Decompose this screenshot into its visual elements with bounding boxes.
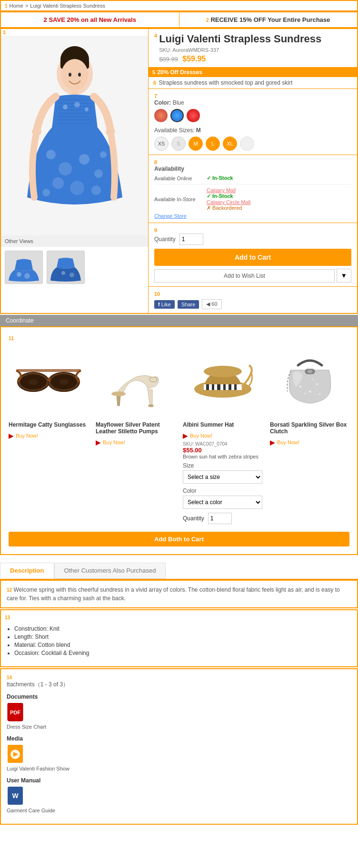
svg-point-18 — [46, 150, 56, 159]
svg-point-22 — [52, 177, 64, 189]
size-btn-l[interactable]: L — [206, 137, 220, 151]
attachment-group-label-documents: Documents — [7, 693, 351, 700]
svg-point-20 — [79, 154, 90, 165]
hat-qty-row: Quantity — [183, 513, 262, 524]
svg-point-21 — [94, 169, 103, 178]
breadcrumb-num: 1 — [5, 3, 8, 9]
svg-point-24 — [91, 185, 101, 195]
svg-point-31 — [61, 271, 65, 275]
svg-point-42 — [148, 404, 154, 407]
svg-point-15 — [63, 105, 68, 109]
product-area: 3 — [0, 28, 358, 314]
promo-bar: 2 SAVE 20% on all New Arrivals 2 RECEIVE… — [0, 11, 358, 28]
hat-qty-input[interactable] — [208, 513, 232, 524]
buy-now-heels[interactable]: ▶ Buy Now! — [96, 439, 175, 446]
tab-other-customers[interactable]: Other Customers Also Purchased — [54, 563, 166, 579]
promo-receive-bold: RECEIVE 15% OFF — [210, 16, 266, 23]
color-swatch-red[interactable] — [187, 109, 200, 122]
size-btn-xs[interactable]: XS — [154, 137, 169, 151]
svg-point-17 — [85, 107, 89, 111]
color-label-text: Color: — [154, 99, 171, 106]
thumb1-svg — [7, 253, 40, 282]
description-box: 12 Welcome spring with this cheerful sun… — [0, 580, 358, 608]
size-btn-xxl[interactable] — [240, 137, 254, 151]
avail-title: Availability — [154, 166, 351, 172]
facebook-like-button[interactable]: f Like — [154, 300, 175, 309]
coord-img-bag — [270, 341, 349, 418]
hat-desc: Brown sun hat with zebra stripes — [183, 454, 262, 459]
buy-now-bag[interactable]: ▶ Buy Now! — [270, 439, 349, 446]
share-arrow: ◀ — [206, 301, 210, 307]
attachment-name-garment-guide[interactable]: Garment Care Guide — [7, 808, 55, 813]
thumbnail-1[interactable] — [5, 251, 43, 284]
breadcrumb-home[interactable]: Home — [10, 3, 23, 9]
thumbnail-2[interactable] — [47, 251, 85, 284]
dress-svg — [22, 45, 127, 226]
promo-left: 2 SAVE 20% on all New Arrivals — [1, 12, 179, 27]
details-section: 13 Construction: Knit Length: Short Mate… — [0, 609, 358, 667]
product-short-desc: Strapless sundress with smocked top and … — [159, 79, 292, 86]
add-both-button[interactable]: Add Both to Cart — [9, 532, 349, 546]
hat-size-select[interactable]: Select a size — [183, 470, 262, 484]
coordinate-grid: Hermitage Catty Sunglasses ▶ Buy Now! — [9, 341, 349, 528]
attachment-group-manual: User Manual W Garment Care Guide — [7, 777, 351, 813]
color-swatch-blue[interactable] — [170, 109, 184, 122]
store1-link[interactable]: Calgary Mall — [207, 187, 236, 193]
size-btn-s[interactable]: S — [171, 137, 186, 151]
coord-img-sunglasses — [9, 341, 88, 418]
description-text: Welcome spring with this cheerful sundre… — [7, 586, 340, 602]
detail-item-4: Occasion: Cocktail & Evening — [14, 650, 346, 656]
avail-store-label: Available In-Store — [154, 196, 207, 202]
color-swatch-orange[interactable] — [154, 109, 168, 122]
discount-text: 20% Off Dresses — [157, 69, 202, 76]
qty-input[interactable] — [179, 234, 203, 245]
buy-now-icon-bag: ▶ — [270, 439, 275, 446]
attachment-name-dress-chart[interactable]: Dress Size Chart — [7, 724, 46, 730]
hat-color-label: Color — [183, 488, 262, 494]
section-num-6: 6 — [153, 80, 156, 86]
section-num-14: 14 — [7, 675, 12, 680]
pdf-svg: PDF — [7, 703, 24, 722]
svg-rect-52 — [234, 384, 237, 390]
buy-now-sunglasses[interactable]: ▶ Buy Now! — [9, 432, 88, 439]
product-sku: SKU: AuroraWMDRS-337 — [159, 47, 321, 53]
section-num-4: 4 — [154, 33, 157, 39]
price-old: $89.99 — [159, 56, 178, 63]
store2-link[interactable]: Calgary Circle Mall — [207, 199, 250, 205]
section-num-12: 12 — [7, 587, 12, 593]
avail-grid: Available Online ✓ In-Stock — [154, 175, 351, 181]
coord-img-hat — [183, 341, 262, 418]
svg-point-5 — [78, 73, 81, 77]
tab-description[interactable]: Description — [0, 563, 54, 579]
size-buttons: XS S M L XL — [154, 137, 351, 151]
buy-now-hat[interactable]: ▶ Buy Now! — [183, 432, 262, 439]
word-svg: W — [7, 787, 24, 806]
coord-name-bag: Borsati Sparkling Silver Box Clutch — [270, 421, 349, 435]
other-views-label: Other Views — [1, 235, 148, 247]
add-to-cart-button[interactable]: Add to Cart — [154, 249, 351, 266]
svg-rect-49 — [217, 384, 220, 390]
product-details-col: 4 Luigi Valenti Strapless Sundress SKU: … — [149, 29, 357, 313]
size-btn-m[interactable]: M — [189, 137, 203, 151]
attachments-section: 14 ttachments（1 - 3 of 3） Documents PDF … — [0, 668, 358, 825]
product-title: Luigi Valenti Strapless Sundress — [159, 33, 321, 45]
attachment-group-media: Media Luigi Valenti Fashion Show — [7, 735, 351, 771]
color-swatches — [154, 109, 351, 122]
attachment-name-fashion-show[interactable]: Luigi Valenti Fashion Show — [7, 766, 70, 771]
promo-receive-rest: Your Entire Purchase — [266, 16, 330, 23]
size-btn-xl[interactable]: XL — [223, 137, 237, 151]
change-store-link[interactable]: Change Store — [154, 213, 351, 219]
coord-name-heels: Mayflower Silver Patent Leather Stiletto… — [96, 421, 175, 435]
add-to-wish-list-button[interactable]: Add to Wish List — [154, 269, 335, 283]
wish-list-dropdown[interactable]: ▼ — [337, 269, 351, 283]
attachment-item-dress-chart: PDF Dress Size Chart — [7, 703, 351, 730]
color-size-section: 7 Color: Blue Available Sizes: M XS S M … — [149, 89, 357, 155]
hat-color-select[interactable]: Select a color — [183, 496, 262, 509]
price-new: $59.95 — [182, 55, 206, 63]
like-label: Like — [161, 302, 171, 307]
facebook-share-button[interactable]: Share — [178, 300, 199, 309]
breadcrumb: 1 Home > Luigi Valenti Strapless Sundres… — [0, 0, 358, 11]
share-num: 60 — [211, 301, 217, 307]
detail-item-2: Length: Short — [14, 634, 346, 640]
svg-point-26 — [100, 151, 107, 158]
